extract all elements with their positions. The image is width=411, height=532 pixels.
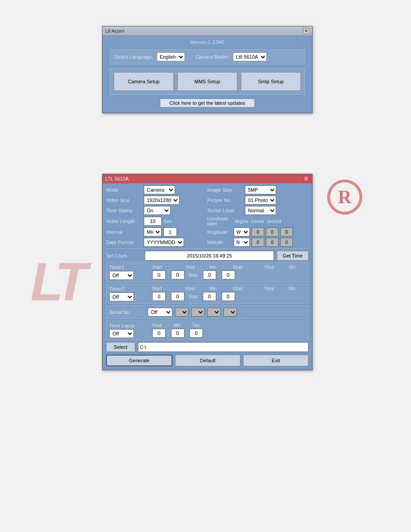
language-row: Select Language: English Camera Model: L… — [110, 49, 305, 64]
timelapse-min-input[interactable] — [171, 329, 184, 338]
longitude-min-input[interactable] — [266, 227, 278, 236]
timelapse-sec-input[interactable] — [189, 329, 203, 338]
latitude-sec-input[interactable] — [280, 238, 293, 247]
mode-select[interactable]: Camera — [144, 185, 175, 194]
timer1-colon2: : — [218, 272, 220, 279]
watermark-lt: LT — [30, 251, 83, 313]
timer1-stop-spacer: Stop: — [188, 273, 199, 278]
date-format-select[interactable]: YYYYMMDD — [144, 238, 184, 247]
timer1-stop-label: Stop: — [233, 265, 243, 270]
sense-level-col: Sense Level Normal — [207, 206, 308, 215]
serial-no-label: Serial No. — [109, 309, 145, 315]
video-length-input[interactable] — [144, 217, 162, 226]
top-window-close[interactable]: ✕ — [303, 28, 309, 34]
timer2-start-hour-input[interactable] — [152, 292, 166, 301]
bottom-window-close[interactable]: ✕ — [303, 176, 309, 182]
picture-no-select[interactable]: 01 Photo — [245, 196, 276, 205]
update-button[interactable]: Click here to get the latest updates — [160, 99, 254, 107]
top-window: Ltl Acorn ✕ Version:1.3.040 Select Langu… — [102, 26, 313, 113]
timer2-section: Timer2 Off Start: Hour Min Stop: Hour Mi… — [106, 284, 308, 304]
videolen-coord-row: Video Length Sec coordinate label degree… — [106, 216, 308, 226]
coord-label-text: coordinate label — [207, 216, 232, 226]
timer2-stop-hour-input[interactable] — [203, 292, 216, 301]
longitude-dir-select[interactable]: W — [234, 227, 250, 236]
latitude-deg-input[interactable] — [252, 238, 264, 247]
serial-opt1-select[interactable] — [175, 308, 188, 317]
timelapse-hour-label: Hour — [152, 323, 162, 328]
top-window-body: Version:1.3.040 Select Language: English… — [103, 36, 312, 113]
mode-imagesize-row: Mode Camera Image Size 5MP — [106, 185, 308, 194]
timer2-stop-hour-label: Hour — [265, 286, 274, 291]
svg-point-0 — [329, 181, 361, 213]
dateformat-latitude-row: Date Format YYYYMMDD latitude: N — [106, 238, 308, 247]
timelapse-state-select[interactable]: Off — [109, 329, 134, 338]
coord-degree-label: degree — [235, 219, 248, 224]
video-size-select[interactable]: 1920x1280 — [144, 196, 180, 205]
timer2-stop-min-input[interactable] — [222, 292, 235, 301]
longitude-sec-input[interactable] — [280, 227, 293, 236]
timer2-stop-min-label: Min — [289, 286, 296, 291]
time-stamp-select[interactable]: On — [144, 206, 171, 215]
timer1-start-hour-input[interactable] — [152, 270, 166, 279]
timer2-start-min-input[interactable] — [171, 292, 184, 301]
timelapse-colon1: : — [167, 330, 169, 337]
set-clock-row: Set Clock Get Time — [106, 251, 308, 261]
timelapse-min-label: Min — [174, 323, 181, 328]
latitude-min-input[interactable] — [266, 238, 278, 247]
timer2-stop-spacer: Stop: — [188, 294, 199, 299]
timelapse-colon2: : — [186, 330, 188, 337]
videosize-picno-row: Video Size 1920x1280 Picture No. 01 Phot… — [106, 196, 308, 205]
timer1-label: Timer1 — [109, 265, 145, 270]
select-button[interactable]: Select — [106, 342, 135, 352]
serial-opt2-select[interactable] — [191, 308, 205, 317]
divider-1 — [106, 249, 308, 249]
smtp-setup-button[interactable]: Smtp Setup — [241, 72, 301, 91]
clock-input[interactable] — [145, 251, 274, 261]
sense-level-label: Sense Level — [207, 208, 243, 213]
longitude-deg-input[interactable] — [252, 227, 264, 236]
timer2-colon2: : — [218, 293, 220, 300]
timelapse-hour-input[interactable] — [152, 329, 166, 338]
default-button[interactable]: Default — [175, 355, 240, 366]
language-label: Select Language: — [115, 54, 153, 60]
camera-model-select[interactable]: LtlI 5610A — [233, 52, 267, 61]
serial-opt4-select[interactable] — [223, 308, 237, 317]
video-length-unit: Sec — [163, 219, 172, 224]
generate-button[interactable]: Generate — [106, 355, 172, 366]
timer1-state-select[interactable]: Off — [109, 271, 134, 280]
timer1-stop-hour-input[interactable] — [203, 270, 216, 279]
image-size-select[interactable]: 5MP — [245, 185, 276, 194]
serial-no-select[interactable]: Off — [148, 308, 172, 317]
timer1-hour-label: Hour — [185, 265, 195, 270]
camera-model-label: Camera Model: — [196, 54, 229, 60]
interval-value-input[interactable] — [163, 227, 177, 236]
language-select[interactable]: English — [157, 52, 185, 61]
bottom-window-title: LTL 5610A — [105, 176, 129, 181]
get-time-button[interactable]: Get Time — [277, 251, 308, 261]
timer2-stop-label: Stop: — [233, 286, 243, 291]
timer1-start-min-input[interactable] — [171, 270, 184, 279]
interval-col: Interval Min — [106, 227, 207, 236]
sense-level-select[interactable]: Normal — [245, 206, 276, 215]
camera-setup-button[interactable]: Camera Setup — [114, 72, 174, 91]
timer1-stop-hour-label: Hour — [265, 265, 274, 270]
timer1-stop-min-input[interactable] — [222, 270, 235, 279]
bottom-window-titlebar: LTL 5610A ✕ — [103, 174, 312, 184]
exit-button[interactable]: Exit — [243, 355, 308, 366]
interval-label: Interval — [106, 229, 142, 235]
latitude-dir-select[interactable]: N — [234, 238, 250, 247]
path-input[interactable] — [138, 342, 308, 352]
mms-setup-button[interactable]: MMS Setup — [177, 72, 237, 91]
timer2-min-label: Min — [210, 286, 217, 291]
picture-no-label: Picture No. — [207, 197, 243, 203]
date-format-col: Date Format YYYYMMDD — [106, 238, 207, 247]
interval-unit-select[interactable]: Min — [144, 227, 162, 236]
svg-text:R: R — [338, 187, 352, 207]
timelapse-label: Time Lapse — [109, 323, 145, 328]
video-size-col: Video Size 1920x1280 — [106, 196, 207, 205]
serial-opt3-select[interactable] — [207, 308, 221, 317]
top-window-title: Ltl Acorn — [105, 28, 124, 34]
timer2-start-label: Start: — [152, 286, 163, 291]
bottom-window: LTL 5610A ✕ Mode Camera Image Size 5MP V… — [102, 174, 313, 370]
timer2-state-select[interactable]: Off — [109, 292, 134, 301]
